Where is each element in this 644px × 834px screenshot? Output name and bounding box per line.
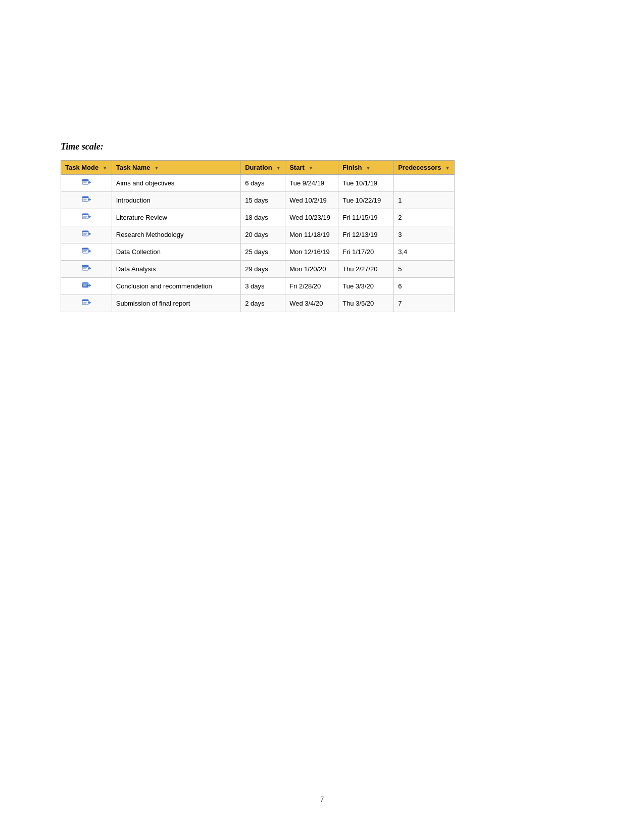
start-cell: Wed 3/4/20 — [285, 295, 338, 312]
task-mode-icon — [81, 177, 91, 189]
table-row: Submission of final report2 daysWed 3/4/… — [61, 295, 455, 312]
duration-cell: 20 days — [241, 226, 285, 243]
start-cell: Mon 1/20/20 — [285, 261, 338, 278]
predecessors-cell: 6 — [394, 278, 455, 295]
table-row: Literature Review18 daysWed 10/23/19Fri … — [61, 209, 455, 226]
task-mode-cell — [61, 261, 112, 278]
svg-rect-25 — [82, 282, 88, 284]
task-name-filter-icon[interactable]: ▼ — [154, 165, 159, 171]
finish-cell: Tue 10/1/19 — [338, 175, 394, 192]
task-name-cell: Literature Review — [112, 209, 240, 226]
header-predecessors[interactable]: Predecessors ▼ — [394, 161, 455, 175]
task-name-cell: Introduction — [112, 192, 240, 209]
start-cell: Mon 12/16/19 — [285, 243, 338, 261]
task-mode-icon — [81, 212, 91, 223]
page: Time scale: Task Mode ▼ Task Name ▼ Dura… — [0, 0, 644, 834]
task-mode-cell — [61, 209, 112, 226]
svg-rect-21 — [82, 265, 88, 267]
task-mode-filter-icon[interactable]: ▼ — [103, 165, 108, 171]
finish-cell: Fri 12/13/19 — [338, 226, 394, 243]
duration-cell: 3 days — [241, 278, 285, 295]
finish-cell: Tue 3/3/20 — [338, 278, 394, 295]
task-mode-cell — [61, 295, 112, 312]
task-name-cell: Aims and objectives — [112, 175, 240, 192]
predecessors-filter-icon[interactable]: ▼ — [445, 165, 450, 171]
start-cell: Mon 11/18/19 — [285, 226, 338, 243]
task-mode-icon — [81, 246, 91, 258]
duration-cell: 15 days — [241, 192, 285, 209]
task-mode-icon — [81, 280, 91, 292]
table-row: Aims and objectives6 daysTue 9/24/19Tue … — [61, 175, 455, 192]
task-mode-cell — [61, 175, 112, 192]
task-mode-cell — [61, 278, 112, 295]
predecessors-cell: 1 — [394, 192, 455, 209]
header-duration[interactable]: Duration ▼ — [241, 161, 285, 175]
table-row: Data Collection25 daysMon 12/16/19Fri 1/… — [61, 243, 455, 261]
finish-cell: Thu 2/27/20 — [338, 261, 394, 278]
header-task-name[interactable]: Task Name ▼ — [112, 161, 240, 175]
header-finish[interactable]: Finish ▼ — [338, 161, 394, 175]
predecessors-cell: 3,4 — [394, 243, 455, 261]
svg-rect-13 — [82, 231, 88, 232]
svg-rect-29 — [82, 300, 88, 301]
start-cell: Wed 10/2/19 — [285, 192, 338, 209]
svg-rect-17 — [82, 248, 88, 250]
start-cell: Wed 10/23/19 — [285, 209, 338, 226]
start-filter-icon[interactable]: ▼ — [308, 165, 313, 171]
header-task-mode[interactable]: Task Mode ▼ — [61, 161, 112, 175]
task-mode-icon — [81, 229, 91, 240]
table-row: Research Methodology20 daysMon 11/18/19F… — [61, 226, 455, 243]
finish-cell: Thu 3/5/20 — [338, 295, 394, 312]
task-name-cell: Data Analysis — [112, 261, 240, 278]
duration-cell: 6 days — [241, 175, 285, 192]
task-mode-cell — [61, 192, 112, 209]
task-mode-cell — [61, 226, 112, 243]
predecessors-cell: 5 — [394, 261, 455, 278]
svg-rect-9 — [82, 214, 88, 215]
svg-rect-1 — [82, 179, 88, 181]
task-mode-icon — [81, 263, 91, 275]
table-row: Data Analysis29 daysMon 1/20/20Thu 2/27/… — [61, 261, 455, 278]
finish-filter-icon[interactable]: ▼ — [366, 165, 371, 171]
start-cell: Fri 2/28/20 — [285, 278, 338, 295]
gantt-table: Task Mode ▼ Task Name ▼ Duration ▼ Start… — [61, 160, 455, 312]
task-name-cell: Submission of final report — [112, 295, 240, 312]
start-cell: Tue 9/24/19 — [285, 175, 338, 192]
finish-cell: Fri 1/17/20 — [338, 243, 394, 261]
table-row: Introduction15 daysWed 10/2/19Tue 10/22/… — [61, 192, 455, 209]
task-mode-icon — [81, 298, 91, 309]
task-name-cell: Data Collection — [112, 243, 240, 261]
task-mode-cell — [61, 243, 112, 261]
task-mode-icon — [81, 194, 91, 206]
task-name-cell: Conclusion and recommendetion — [112, 278, 240, 295]
duration-cell: 25 days — [241, 243, 285, 261]
duration-cell: 29 days — [241, 261, 285, 278]
page-number-text: 7 — [320, 796, 324, 803]
header-start[interactable]: Start ▼ — [285, 161, 338, 175]
table-row: Conclusion and recommendetion3 daysFri 2… — [61, 278, 455, 295]
predecessors-cell: 2 — [394, 209, 455, 226]
duration-filter-icon[interactable]: ▼ — [276, 165, 281, 171]
task-name-cell: Research Methodology — [112, 226, 240, 243]
title-text: Time scale: — [61, 141, 104, 152]
predecessors-cell: 7 — [394, 295, 455, 312]
duration-cell: 2 days — [241, 295, 285, 312]
predecessors-cell — [394, 175, 455, 192]
finish-cell: Fri 11/15/19 — [338, 209, 394, 226]
svg-rect-5 — [82, 197, 88, 198]
predecessors-cell: 3 — [394, 226, 455, 243]
finish-cell: Tue 10/22/19 — [338, 192, 394, 209]
section-title: Time scale: — [61, 141, 583, 152]
page-number: 7 — [320, 796, 324, 804]
duration-cell: 18 days — [241, 209, 285, 226]
